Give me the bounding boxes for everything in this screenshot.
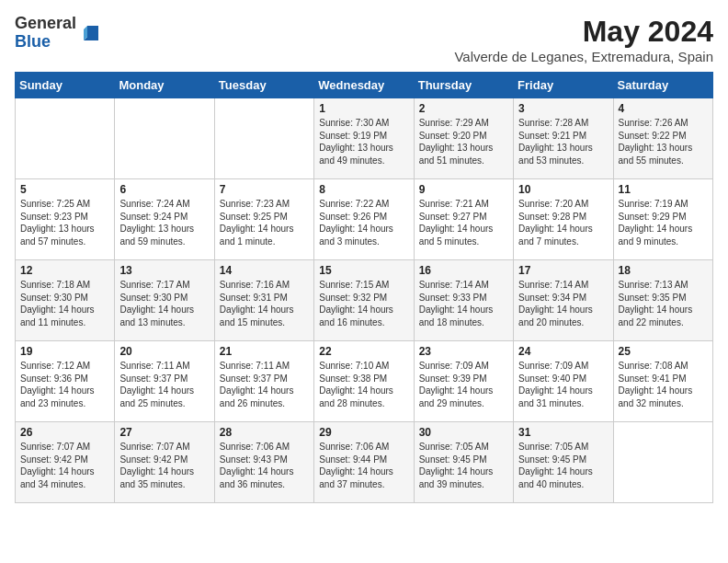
week-row-5: 26Sunrise: 7:07 AM Sunset: 9:42 PM Dayli…	[16, 422, 713, 503]
calendar-table: SundayMondayTuesdayWednesdayThursdayFrid…	[15, 72, 713, 503]
week-row-3: 12Sunrise: 7:18 AM Sunset: 9:30 PM Dayli…	[16, 260, 713, 341]
day-number: 11	[619, 183, 708, 196]
day-number: 1	[319, 102, 408, 115]
calendar-cell: 30Sunrise: 7:05 AM Sunset: 9:45 PM Dayli…	[414, 422, 513, 503]
day-detail: Sunrise: 7:09 AM Sunset: 9:39 PM Dayligh…	[419, 360, 508, 409]
calendar-cell: 3Sunrise: 7:28 AM Sunset: 9:21 PM Daylig…	[514, 98, 613, 179]
day-detail: Sunrise: 7:15 AM Sunset: 9:32 PM Dayligh…	[319, 279, 408, 328]
day-detail: Sunrise: 7:08 AM Sunset: 9:41 PM Dayligh…	[619, 360, 708, 409]
header-monday: Monday	[115, 73, 214, 98]
calendar-cell: 9Sunrise: 7:21 AM Sunset: 9:27 PM Daylig…	[414, 179, 513, 260]
day-number: 10	[518, 183, 608, 196]
logo: General Blue	[15, 15, 102, 52]
header-saturday: Saturday	[613, 73, 712, 98]
logo-general: General	[15, 15, 76, 33]
calendar-cell: 28Sunrise: 7:06 AM Sunset: 9:43 PM Dayli…	[214, 422, 313, 503]
day-detail: Sunrise: 7:21 AM Sunset: 9:27 PM Dayligh…	[419, 198, 508, 247]
day-number: 12	[20, 264, 109, 277]
day-number: 22	[319, 345, 408, 358]
day-number: 20	[119, 345, 209, 358]
calendar-cell: 17Sunrise: 7:14 AM Sunset: 9:34 PM Dayli…	[514, 260, 613, 341]
calendar-cell: 8Sunrise: 7:22 AM Sunset: 9:26 PM Daylig…	[314, 179, 414, 260]
day-number: 13	[119, 264, 209, 277]
calendar-cell: 4Sunrise: 7:26 AM Sunset: 9:22 PM Daylig…	[613, 98, 712, 179]
day-detail: Sunrise: 7:07 AM Sunset: 9:42 PM Dayligh…	[119, 441, 209, 490]
month-year-title: May 2024	[454, 15, 713, 49]
logo-blue: Blue	[15, 33, 76, 52]
location-subtitle: Valverde de Leganes, Extremadura, Spain	[454, 49, 713, 64]
day-number: 19	[20, 345, 109, 358]
day-number: 25	[619, 345, 708, 358]
calendar-cell: 18Sunrise: 7:13 AM Sunset: 9:35 PM Dayli…	[613, 260, 712, 341]
day-detail: Sunrise: 7:24 AM Sunset: 9:24 PM Dayligh…	[119, 198, 209, 247]
day-number: 29	[319, 426, 408, 439]
day-number: 24	[518, 345, 608, 358]
day-number: 2	[419, 102, 508, 115]
logo-icon	[80, 22, 102, 44]
header-tuesday: Tuesday	[214, 73, 313, 98]
calendar-cell: 6Sunrise: 7:24 AM Sunset: 9:24 PM Daylig…	[115, 179, 214, 260]
calendar-cell: 16Sunrise: 7:14 AM Sunset: 9:33 PM Dayli…	[414, 260, 513, 341]
calendar-cell: 24Sunrise: 7:09 AM Sunset: 9:40 PM Dayli…	[514, 341, 613, 422]
week-row-1: 1Sunrise: 7:30 AM Sunset: 9:19 PM Daylig…	[16, 98, 713, 179]
calendar-cell	[115, 98, 214, 179]
calendar-cell	[16, 98, 115, 179]
day-detail: Sunrise: 7:05 AM Sunset: 9:45 PM Dayligh…	[419, 441, 508, 490]
day-detail: Sunrise: 7:14 AM Sunset: 9:33 PM Dayligh…	[419, 279, 508, 328]
day-number: 26	[20, 426, 109, 439]
header-row: SundayMondayTuesdayWednesdayThursdayFrid…	[16, 73, 713, 98]
calendar-cell: 21Sunrise: 7:11 AM Sunset: 9:37 PM Dayli…	[214, 341, 313, 422]
week-row-4: 19Sunrise: 7:12 AM Sunset: 9:36 PM Dayli…	[16, 341, 713, 422]
calendar-cell: 1Sunrise: 7:30 AM Sunset: 9:19 PM Daylig…	[314, 98, 414, 179]
day-detail: Sunrise: 7:25 AM Sunset: 9:23 PM Dayligh…	[20, 198, 109, 247]
day-number: 3	[518, 102, 608, 115]
calendar-cell: 12Sunrise: 7:18 AM Sunset: 9:30 PM Dayli…	[16, 260, 115, 341]
header-friday: Friday	[514, 73, 613, 98]
calendar-cell: 5Sunrise: 7:25 AM Sunset: 9:23 PM Daylig…	[16, 179, 115, 260]
calendar-cell: 2Sunrise: 7:29 AM Sunset: 9:20 PM Daylig…	[414, 98, 513, 179]
calendar-cell: 29Sunrise: 7:06 AM Sunset: 9:44 PM Dayli…	[314, 422, 414, 503]
calendar-cell: 14Sunrise: 7:16 AM Sunset: 9:31 PM Dayli…	[214, 260, 313, 341]
day-number: 18	[619, 264, 708, 277]
calendar-cell: 22Sunrise: 7:10 AM Sunset: 9:38 PM Dayli…	[314, 341, 414, 422]
day-number: 14	[220, 264, 309, 277]
calendar-cell	[214, 98, 313, 179]
day-detail: Sunrise: 7:10 AM Sunset: 9:38 PM Dayligh…	[319, 360, 408, 409]
calendar-cell	[613, 422, 712, 503]
day-detail: Sunrise: 7:12 AM Sunset: 9:36 PM Dayligh…	[20, 360, 109, 409]
page-header: General Blue May 2024 Valverde de Legane…	[15, 15, 713, 64]
day-detail: Sunrise: 7:05 AM Sunset: 9:45 PM Dayligh…	[518, 441, 608, 490]
day-detail: Sunrise: 7:20 AM Sunset: 9:28 PM Dayligh…	[518, 198, 608, 247]
day-detail: Sunrise: 7:30 AM Sunset: 9:19 PM Dayligh…	[319, 117, 408, 167]
day-detail: Sunrise: 7:09 AM Sunset: 9:40 PM Dayligh…	[518, 360, 608, 409]
day-number: 4	[619, 102, 708, 115]
week-row-2: 5Sunrise: 7:25 AM Sunset: 9:23 PM Daylig…	[16, 179, 713, 260]
day-number: 15	[319, 264, 408, 277]
day-number: 7	[220, 183, 309, 196]
day-detail: Sunrise: 7:22 AM Sunset: 9:26 PM Dayligh…	[319, 198, 408, 247]
calendar-cell: 10Sunrise: 7:20 AM Sunset: 9:28 PM Dayli…	[514, 179, 613, 260]
day-number: 21	[220, 345, 309, 358]
day-number: 17	[518, 264, 608, 277]
day-detail: Sunrise: 7:28 AM Sunset: 9:21 PM Dayligh…	[518, 117, 608, 167]
day-detail: Sunrise: 7:07 AM Sunset: 9:42 PM Dayligh…	[20, 441, 109, 490]
header-wednesday: Wednesday	[314, 73, 414, 98]
day-detail: Sunrise: 7:17 AM Sunset: 9:30 PM Dayligh…	[119, 279, 209, 328]
day-number: 5	[20, 183, 109, 196]
header-sunday: Sunday	[16, 73, 115, 98]
day-detail: Sunrise: 7:06 AM Sunset: 9:43 PM Dayligh…	[220, 441, 309, 490]
day-detail: Sunrise: 7:26 AM Sunset: 9:22 PM Dayligh…	[619, 117, 708, 167]
svg-marker-0	[87, 26, 98, 37]
day-detail: Sunrise: 7:19 AM Sunset: 9:29 PM Dayligh…	[619, 198, 708, 247]
calendar-cell: 23Sunrise: 7:09 AM Sunset: 9:39 PM Dayli…	[414, 341, 513, 422]
calendar-cell: 13Sunrise: 7:17 AM Sunset: 9:30 PM Dayli…	[115, 260, 214, 341]
day-number: 31	[518, 426, 608, 439]
day-number: 6	[119, 183, 209, 196]
day-number: 9	[419, 183, 508, 196]
day-number: 30	[419, 426, 508, 439]
calendar-cell: 31Sunrise: 7:05 AM Sunset: 9:45 PM Dayli…	[514, 422, 613, 503]
calendar-cell: 20Sunrise: 7:11 AM Sunset: 9:37 PM Dayli…	[115, 341, 214, 422]
calendar-cell: 19Sunrise: 7:12 AM Sunset: 9:36 PM Dayli…	[16, 341, 115, 422]
day-detail: Sunrise: 7:14 AM Sunset: 9:34 PM Dayligh…	[518, 279, 608, 328]
day-number: 16	[419, 264, 508, 277]
